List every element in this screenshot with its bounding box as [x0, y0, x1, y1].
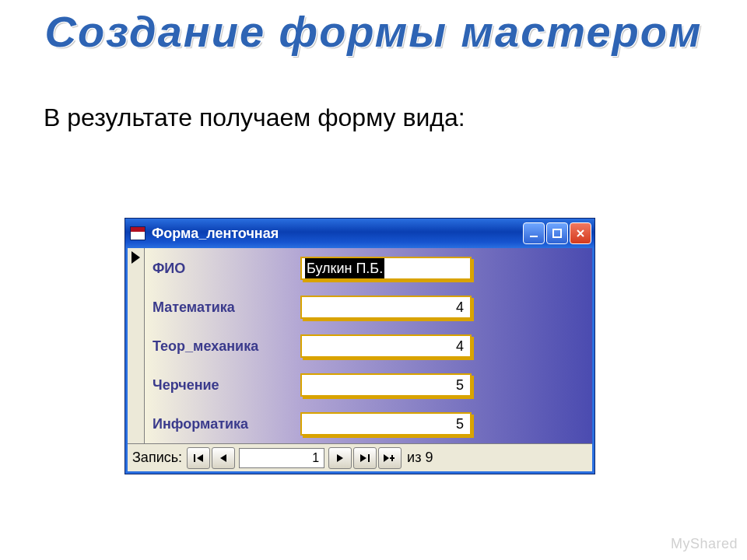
- form-row: Информатика 5: [145, 408, 592, 439]
- svg-rect-1: [553, 229, 561, 237]
- field-input-fio[interactable]: Булкин П.Б.: [300, 257, 472, 280]
- field-value-info: 5: [456, 416, 464, 432]
- form-detail: ФИО Булкин П.Б. Математика 4 Теор_механи…: [128, 248, 592, 443]
- slide-title: Создание формы мастером: [0, 6, 747, 57]
- close-button[interactable]: [570, 222, 591, 244]
- svg-rect-0: [530, 236, 538, 237]
- field-label-fio: ФИО: [145, 261, 300, 277]
- field-label-info: Информатика: [145, 416, 300, 432]
- svg-marker-5: [337, 454, 343, 462]
- nav-prev-button[interactable]: [212, 447, 235, 469]
- field-input-math[interactable]: 4: [300, 296, 472, 319]
- svg-rect-7: [368, 454, 370, 462]
- window-title: Форма_ленточная: [152, 226, 279, 242]
- prev-icon: [219, 453, 228, 463]
- svg-marker-3: [197, 454, 203, 462]
- field-value-mech: 4: [456, 338, 464, 355]
- nav-record-input[interactable]: 1: [239, 448, 324, 468]
- watermark: MyShared: [671, 536, 738, 552]
- next-icon: [335, 453, 345, 463]
- field-value-fio: Булкин П.Б.: [305, 258, 384, 278]
- nav-first-button[interactable]: [187, 447, 210, 469]
- slide-text: В результате получаем форму вида:: [44, 103, 747, 132]
- last-icon: [359, 453, 370, 463]
- nav-total: из 9: [407, 450, 433, 466]
- record-selector[interactable]: [128, 248, 145, 443]
- record-navigation: Запись: 1 из 9: [128, 443, 592, 471]
- field-input-draw[interactable]: 5: [300, 373, 472, 397]
- form-icon: [130, 226, 146, 240]
- form-row: Математика 4: [145, 292, 592, 323]
- form-row: Теор_механика 4: [145, 331, 592, 362]
- svg-marker-4: [220, 454, 226, 462]
- current-record-marker-icon: [132, 251, 140, 264]
- new-record-icon: [383, 453, 397, 463]
- svg-marker-6: [360, 454, 366, 462]
- titlebar[interactable]: Форма_ленточная: [125, 219, 594, 248]
- svg-marker-8: [384, 454, 389, 462]
- form-row: Черчение 5: [145, 369, 592, 401]
- nav-new-button[interactable]: [378, 447, 402, 469]
- svg-rect-2: [194, 454, 195, 462]
- form-window: Форма_ленточная ФИО Булкин П.Б.: [124, 218, 595, 474]
- maximize-button[interactable]: [546, 222, 568, 244]
- field-value-math: 4: [456, 299, 464, 316]
- minimize-button[interactable]: [523, 222, 545, 244]
- field-label-math: Математика: [145, 299, 300, 316]
- form-row: ФИО Булкин П.Б.: [145, 253, 592, 284]
- field-label-draw: Черчение: [145, 377, 300, 394]
- nav-next-button[interactable]: [328, 447, 352, 469]
- nav-last-button[interactable]: [353, 447, 377, 469]
- field-input-mech[interactable]: 4: [300, 334, 472, 358]
- nav-label: Запись:: [132, 450, 182, 466]
- client-area: ФИО Булкин П.Б. Математика 4 Теор_механи…: [125, 248, 594, 474]
- field-input-info[interactable]: 5: [300, 412, 472, 436]
- first-icon: [193, 453, 204, 463]
- field-label-mech: Теор_механика: [145, 338, 300, 355]
- field-value-draw: 5: [456, 377, 464, 394]
